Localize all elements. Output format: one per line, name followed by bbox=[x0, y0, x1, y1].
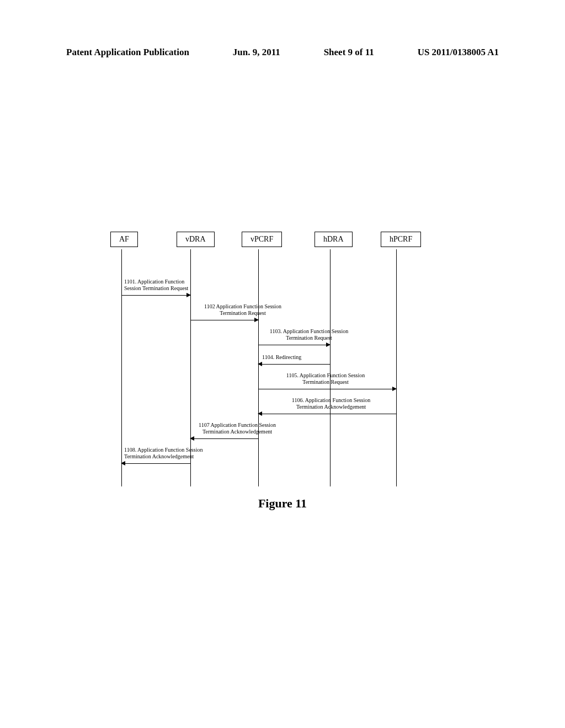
arrow-1103 bbox=[258, 345, 330, 345]
figure-caption: Figure 11 bbox=[0, 496, 565, 511]
actor-vpcrf: vPCRF bbox=[242, 232, 282, 247]
sheet-number: Sheet 9 of 11 bbox=[324, 47, 374, 58]
msg-1105-label: 1105. Application Function Session Termi… bbox=[270, 372, 381, 386]
msg-1103-label: 1103. Application Function Session Termi… bbox=[259, 328, 359, 341]
lifeline-hpcrf bbox=[396, 249, 397, 486]
lifeline-hdra bbox=[330, 249, 331, 486]
actor-hdra: hDRA bbox=[315, 232, 353, 247]
actor-af: AF bbox=[110, 232, 138, 247]
arrow-1104 bbox=[258, 364, 330, 365]
publication-date: Jun. 9, 2011 bbox=[233, 47, 280, 58]
lifeline-vpcrf bbox=[258, 249, 259, 486]
publication-type: Patent Application Publication bbox=[66, 47, 189, 58]
actor-vdra: vDRA bbox=[177, 232, 215, 247]
msg-1101-label: 1101. Application Function Session Termi… bbox=[124, 279, 207, 292]
msg-1104-label: 1104. Redirecting bbox=[262, 354, 328, 361]
lifeline-af bbox=[121, 249, 122, 486]
msg-1107-label: 1107 Application Function Session Termin… bbox=[182, 422, 292, 435]
arrow-1106 bbox=[258, 414, 396, 414]
msg-1106-label: 1106. Application Function Session Termi… bbox=[276, 397, 386, 410]
actor-hpcrf: hPCRF bbox=[381, 232, 421, 247]
publication-number: US 2011/0138005 A1 bbox=[418, 47, 499, 58]
arrow-1108 bbox=[121, 463, 190, 464]
sequence-diagram: AF vDRA vPCRF hDRA hPCRF 1101. Applicati… bbox=[116, 232, 430, 491]
arrow-1101 bbox=[121, 295, 190, 296]
msg-1108-label: 1108. Application Function Session Termi… bbox=[124, 447, 223, 460]
arrow-1107 bbox=[190, 438, 258, 439]
msg-1102-label: 1102 Application Function Session Termin… bbox=[193, 303, 292, 317]
arrow-1102 bbox=[190, 320, 258, 320]
arrow-1105 bbox=[258, 389, 396, 389]
